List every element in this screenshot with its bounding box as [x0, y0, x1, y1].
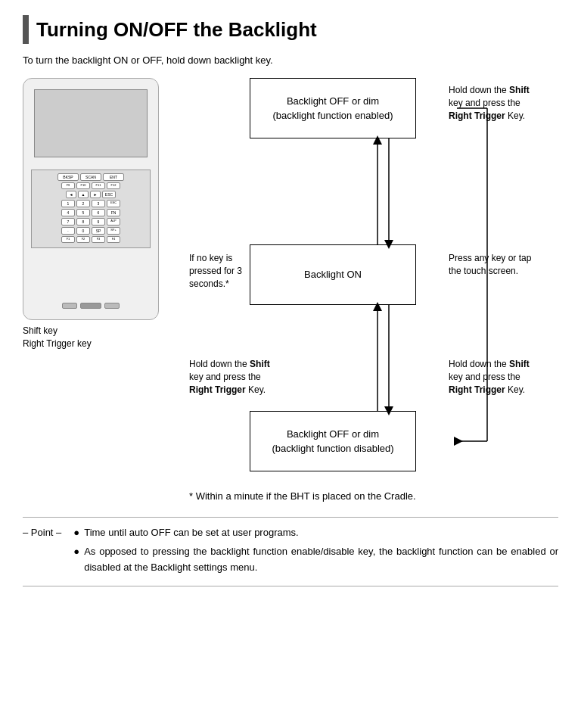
key-7: 7 — [61, 218, 75, 226]
key-9: 9 — [92, 218, 105, 226]
box-middle: Backlight ON — [250, 244, 416, 305]
bottom-btn-mid — [80, 303, 101, 309]
key-esc2: ESC — [107, 200, 120, 207]
key-left: ◄ — [66, 191, 76, 198]
main-content: BKSP SCAN ENT F9 F10 F11 F12 ◄ ▲ — [23, 78, 558, 502]
key-esc: ESC — [102, 191, 116, 198]
device-caption: Shift key Right Trigger key — [23, 325, 174, 350]
key-right: ► — [90, 191, 101, 198]
device-area: BKSP SCAN ENT F9 F10 F11 F12 ◄ ▲ — [23, 78, 174, 502]
point-item-1: ● Time until auto OFF can be set at user… — [73, 525, 558, 541]
key-ent: ENT — [103, 173, 124, 181]
key-1: 1 — [61, 200, 75, 207]
device-screen — [34, 89, 148, 157]
key-f9: F9 — [61, 182, 75, 189]
key-f4: F4 — [107, 236, 120, 243]
key-alp: ALP — [107, 218, 120, 226]
key-f1: F1 — [61, 236, 75, 243]
shift-key-label: Shift key — [23, 325, 57, 336]
key-row-nav: ◄ ▲ ► ESC — [35, 191, 147, 198]
label-top-right: Hold down the Shift key and press the Ri… — [449, 84, 558, 122]
page-title-area: Turning ON/OFF the Backlight — [23, 15, 558, 44]
device-bottom-buttons — [62, 303, 120, 309]
diagram-area: Backlight OFF or dim(backlight function … — [189, 78, 558, 502]
key-3: 3 — [92, 200, 105, 207]
label-bold-shift-bl: Shift — [250, 359, 270, 369]
key-row-top: BKSP SCAN ENT — [35, 173, 147, 181]
key-row-f1234: F1 F2 F3 F4 — [35, 236, 147, 243]
key-6: 6 — [92, 209, 105, 216]
key-f3: F3 — [92, 236, 105, 243]
label-no-key-text: If no key ispressed for 3seconds.* — [189, 253, 242, 289]
key-up: ▲ — [78, 191, 89, 198]
label-bold-shift-br: Shift — [509, 359, 530, 369]
label-bold-rt-br: Right Trigger — [449, 384, 505, 395]
key-5: 5 — [76, 209, 90, 216]
key-8: 8 — [76, 218, 90, 226]
box-bottom-text: Backlight OFF or dim(backlight function … — [272, 427, 393, 456]
key-dot: · — [61, 227, 75, 235]
key-sf: SF+ — [107, 227, 120, 235]
key-f10: F10 — [76, 182, 90, 189]
title-bar-accent — [23, 15, 29, 44]
box-top: Backlight OFF or dim(backlight function … — [250, 78, 416, 138]
label-bottom-right: Hold down the Shift key and press the Ri… — [449, 358, 558, 396]
point-section: – Point – ● Time until auto OFF can be s… — [23, 517, 558, 586]
point-text-2: As opposed to pressing the backlight fun… — [84, 544, 558, 576]
key-row-0: · 0 SP SF+ — [35, 227, 147, 235]
key-row-123: 1 2 3 ESC — [35, 200, 147, 207]
key-4: 4 — [61, 209, 75, 216]
key-fn: FN — [107, 209, 120, 216]
label-bold-shift-tr: Shift — [509, 85, 530, 95]
key-sp: SP — [92, 227, 105, 235]
footnote: * Within a minute if the BHT is placed o… — [189, 490, 558, 502]
label-left-mid: If no key ispressed for 3seconds.* — [189, 252, 261, 290]
box-middle-text: Backlight ON — [304, 267, 362, 282]
label-bottom-left: Hold down the Shift key and press the Ri… — [189, 358, 287, 396]
footnote-text: * Within a minute if the BHT is placed o… — [189, 490, 416, 502]
bottom-btn-right — [104, 303, 120, 309]
label-right-mid: Press any key or tapthe touch screen. — [449, 252, 558, 278]
page-container: Turning ON/OFF the Backlight To turn the… — [0, 0, 581, 602]
point-label: – Point – — [23, 525, 61, 578]
point-text-1: Time until auto OFF can be set at user p… — [84, 525, 298, 541]
bottom-btn-left — [62, 303, 77, 309]
label-bold-rt-bl: Right Trigger — [189, 384, 246, 395]
device-illustration: BKSP SCAN ENT F9 F10 F11 F12 ◄ ▲ — [23, 78, 159, 320]
device-keypad: BKSP SCAN ENT F9 F10 F11 F12 ◄ ▲ — [31, 170, 151, 248]
label-bold-right-trigger-tr: Right Trigger — [449, 110, 505, 121]
key-scan: SCAN — [80, 173, 101, 181]
point-items: ● Time until auto OFF can be set at user… — [73, 525, 558, 578]
key-2: 2 — [76, 200, 90, 207]
right-trigger-label: Right Trigger key — [23, 338, 92, 349]
page-subtitle: To turn the backlight ON or OFF, hold do… — [23, 54, 558, 66]
key-bksp: BKSP — [57, 173, 79, 181]
key-row-f: F9 F10 F11 F12 — [35, 182, 147, 189]
key-row-456: 4 5 6 FN — [35, 209, 147, 216]
key-f2: F2 — [76, 236, 90, 243]
bullet-1: ● — [73, 525, 79, 541]
key-0: 0 — [76, 227, 90, 235]
point-item-2: ● As opposed to pressing the backlight f… — [73, 544, 558, 576]
box-top-text: Backlight OFF or dim(backlight function … — [273, 94, 393, 123]
page-title: Turning ON/OFF the Backlight — [36, 18, 317, 42]
diagram-wrapper: Backlight OFF or dim(backlight function … — [189, 78, 558, 502]
key-f12: F12 — [107, 182, 120, 189]
key-row-789: 7 8 9 ALP — [35, 218, 147, 226]
key-f11: F11 — [92, 182, 105, 189]
bullet-2: ● — [73, 544, 79, 576]
box-bottom: Backlight OFF or dim(backlight function … — [250, 411, 416, 471]
label-press-key-text: Press any key or tapthe touch screen. — [449, 253, 531, 276]
